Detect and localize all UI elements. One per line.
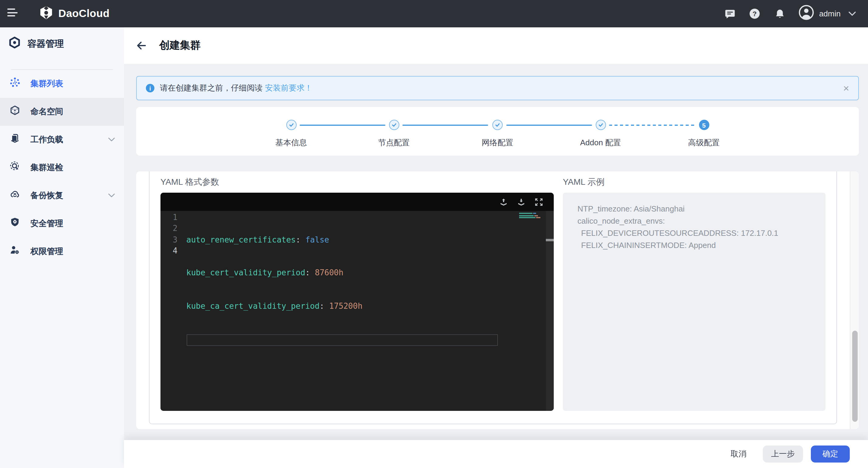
topbar-actions: ? admin [724,0,856,27]
sidebar-menu: 集群列表 命名空间 工作负载 集群巡检 [0,70,124,265]
sample-line: NTP_timezone: Asia/Shanghai [578,203,814,215]
daocloud-logo[interactable]: DaoCloud [38,0,110,27]
code-lines: auto_renew_certificates:false kube_cert_… [186,212,498,368]
cluster-list-icon [10,77,20,90]
banner-text: 请在创建集群之前，仔细阅读 [160,83,262,94]
username: admin [819,9,841,18]
messages-icon[interactable] [724,8,736,20]
page-title: 创建集群 [159,27,200,64]
back-arrow-icon[interactable] [136,41,147,51]
sidebar-item-cluster-inspection[interactable]: 集群巡检 [0,153,124,181]
wizard-footer: 取消 上一步 确定 [124,440,868,468]
confirm-button[interactable]: 确定 [811,445,850,463]
workload-icon [10,133,20,146]
step-basic-info[interactable]: 基本信息 [255,120,328,148]
permissions-user-gear-icon [10,245,20,258]
step-check-icon [492,120,503,130]
fullscreen-icon[interactable] [535,198,543,206]
previous-step-button[interactable]: 上一步 [763,445,803,463]
vertical-scrollbar[interactable] [850,171,859,429]
step-check-icon [389,120,399,130]
sample-line: FELIX_DEVICEROUTESOURCEADDRESS: 172.17.0… [578,227,814,240]
namespace-icon [10,105,20,118]
user-menu[interactable]: admin [798,5,856,23]
step-check-icon [595,120,606,130]
chevron-down-icon [108,193,115,197]
avatar [798,5,814,23]
editor-toolbar [160,193,554,211]
step-check-icon [286,120,296,130]
code-line: kube_ca_cert_validity_period:175200h [186,301,498,312]
sidebar-item-permissions[interactable]: 权限管理 [0,237,124,265]
download-icon[interactable] [517,198,525,206]
code-area[interactable]: 1 2 3 4 auto_renew_certificates:false ku… [160,211,546,411]
chevron-down-icon [108,137,115,142]
info-banner: i 请在创建集群之前，仔细阅读 安装前要求！ × [136,76,859,100]
editor-scroll-handle[interactable] [546,239,554,241]
yaml-params-label: YAML 格式参数 [160,177,219,188]
code-line: kube_cert_validity_period:87600h [186,268,498,279]
step-addon-config[interactable]: Addon 配置 [564,120,637,148]
step-network-config[interactable]: 网络配置 [461,120,534,148]
daocloud-logo-icon [38,5,54,23]
security-shield-icon [10,217,20,230]
menu-toggle-icon[interactable] [7,8,18,19]
sidebar-item-cluster-list[interactable]: 集群列表 [0,70,124,98]
sidebar-item-namespace[interactable]: 命名空间 [0,98,124,126]
sidebar-product-title: 容器管理 [8,36,64,51]
wizard-stepper: 基本信息 节点配置 网络配置 Addon 配置 5 [136,107,859,156]
pre-install-requirements-link[interactable]: 安装前要求！ [265,83,312,94]
minimap [519,213,543,219]
sidebar-item-security[interactable]: 安全管理 [0,209,124,237]
yaml-code-editor[interactable]: 1 2 3 4 auto_renew_certificates:false ku… [160,193,554,411]
line-numbers: 1 2 3 4 [160,212,178,256]
editor-scroll-strip[interactable] [546,211,554,411]
main-area: 创建集群 i 请在创建集群之前，仔细阅读 安装前要求！ × 基本信息 [124,27,868,468]
yaml-sample-box: NTP_timezone: Asia/Shanghai calico_node_… [563,193,826,411]
scrollbar-thumb[interactable] [852,331,858,422]
backup-restore-icon [10,189,20,202]
container-management-icon [8,36,21,51]
chevron-down-icon [848,11,856,16]
step-number: 5 [699,120,709,130]
top-bar: DaoCloud ? admin [0,0,868,27]
brand-name: DaoCloud [58,7,110,20]
upload-icon[interactable] [500,198,507,206]
svg-text:?: ? [752,10,757,18]
sidebar-item-workload[interactable]: 工作负载 [0,126,124,153]
info-icon: i [146,84,154,92]
sidebar-item-backup-restore[interactable]: 备份恢复 [0,181,124,209]
page-header: 创建集群 [124,27,868,64]
app-root: DaoCloud ? admin [0,0,868,468]
cancel-button[interactable]: 取消 [731,448,746,460]
code-line-current[interactable] [186,335,498,346]
notifications-bell-icon[interactable] [773,8,786,20]
yaml-sample-label: YAML 示例 [563,177,604,188]
banner-close-icon[interactable]: × [843,83,849,93]
step-advanced-config[interactable]: 5 高级配置 [668,120,740,148]
form-content-card: YAML 格式参数 1 2 [136,171,859,429]
sample-line: FELIX_CHAININSERTMODE: Append [578,240,814,252]
sample-line: calico_node_extra_envs: [578,215,814,227]
help-icon[interactable]: ? [749,8,761,20]
step-node-config[interactable]: 节点配置 [358,120,430,148]
cluster-inspection-icon [10,161,20,174]
sidebar: 容器管理 集群列表 [0,27,124,468]
code-line: auto_renew_certificates:false [186,234,498,246]
